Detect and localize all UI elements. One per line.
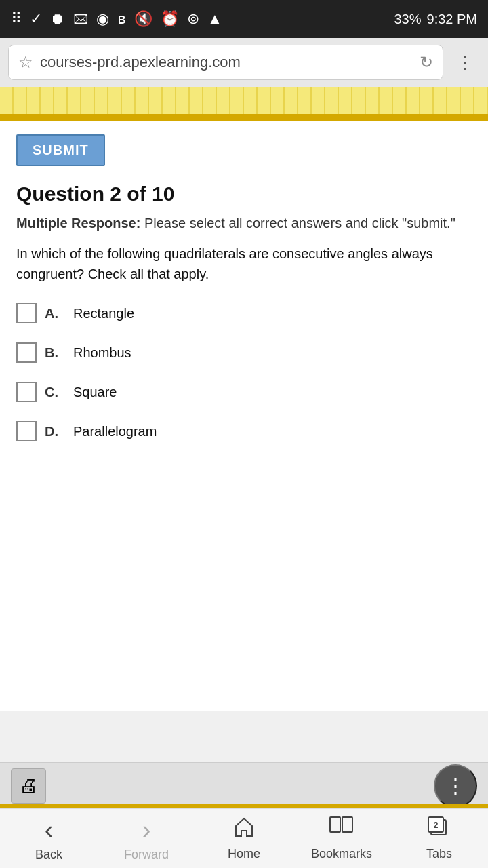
forward-icon: › [142, 816, 151, 845]
checkbox-d[interactable] [16, 421, 37, 441]
time-text: 9:32 PM [427, 12, 477, 27]
option-text-a: Rectangle [73, 306, 134, 321]
answer-option-d: D. Parallelogram [16, 421, 472, 441]
print-icon: 🖨 [19, 774, 38, 797]
location-icon: ◉ [96, 10, 109, 28]
alarm-icon: ⏰ [161, 10, 179, 28]
reload-icon[interactable]: ↻ [420, 53, 433, 72]
svg-rect-1 [342, 817, 352, 832]
signal-icon: ▲ [207, 10, 222, 28]
tabs-icon: 2 [427, 816, 451, 844]
wifi-icon: ⊚ [187, 10, 199, 28]
bluetooth-icon: ʙ [117, 10, 126, 28]
nav-forward[interactable]: › Forward [113, 816, 180, 862]
option-label-d: D. [45, 424, 65, 439]
question-text: In which of the following quadrilaterals… [16, 243, 472, 284]
option-label-a: A. [45, 306, 65, 321]
more-options-button[interactable]: ⋮ [434, 764, 477, 808]
browser-bar: ☆ courses-prd.apexlearning.com ↻ ⋮ [0, 38, 488, 87]
status-left: ⠿ ✓ ⏺ 🖂 ◉ ʙ 🔇 ⏰ ⊚ ▲ [11, 10, 222, 28]
print-button[interactable]: 🖨 [11, 768, 46, 804]
more-icon: ⋮ [445, 774, 466, 797]
option-label-b: B. [45, 345, 65, 361]
nav-tabs[interactable]: 2 Tabs [405, 816, 473, 861]
instruction-label: Multiple Response: [16, 216, 140, 231]
option-text-b: Rhombus [73, 345, 131, 361]
checkmark-icon: ✓ [30, 10, 42, 28]
tabs-label: Tabs [426, 847, 452, 861]
url-text: courses-prd.apexlearning.com [40, 54, 413, 71]
option-text-c: Square [73, 384, 117, 400]
instruction-text: Please select all correct answers and cl… [144, 216, 455, 231]
toolbar-right: ⋮ [434, 764, 477, 808]
nav-back[interactable]: ‹ Back [15, 816, 83, 862]
address-bar[interactable]: ☆ courses-prd.apexlearning.com ↻ [8, 45, 443, 80]
battery-text: 33% [394, 12, 421, 27]
svg-rect-0 [330, 817, 340, 832]
svg-text:2: 2 [434, 821, 439, 830]
checkbox-b[interactable] [16, 342, 37, 363]
home-icon [232, 816, 256, 844]
answer-option-c: C. Square [16, 382, 472, 402]
question-title: Question 2 of 10 [16, 182, 472, 205]
browser-menu-button[interactable]: ⋮ [450, 47, 480, 77]
toolbar-left: 🖨 [11, 768, 46, 804]
option-text-d: Parallelogram [73, 424, 157, 439]
back-icon: ‹ [45, 816, 54, 845]
answer-option-b: B. Rhombus [16, 342, 472, 363]
header-stripes [0, 87, 488, 114]
menu-dots-icon: ⠿ [11, 10, 22, 28]
answer-option-a: A. Rectangle [16, 303, 472, 323]
checkbox-c[interactable] [16, 382, 37, 402]
sound-icon: 🔇 [134, 10, 152, 28]
nav-bookmarks[interactable]: Bookmarks [308, 816, 375, 861]
forward-label: Forward [124, 848, 169, 862]
bookmarks-icon [329, 816, 354, 844]
record-icon: ⏺ [50, 10, 65, 28]
bottom-toolbar: 🖨 ⋮ [0, 762, 488, 808]
status-bar: ⠿ ✓ ⏺ 🖂 ◉ ʙ 🔇 ⏰ ⊚ ▲ 33% 9:32 PM [0, 0, 488, 38]
star-icon[interactable]: ☆ [18, 53, 33, 72]
gold-bar-top [0, 114, 488, 121]
back-label: Back [35, 848, 62, 862]
option-label-c: C. [45, 384, 65, 400]
checkbox-a[interactable] [16, 303, 37, 323]
bookmarks-label: Bookmarks [311, 847, 372, 861]
status-right: 33% 9:32 PM [394, 12, 477, 27]
inbox-icon: 🖂 [73, 10, 88, 28]
answer-options-container: A. Rectangle B. Rhombus C. Square D. Par… [16, 303, 472, 441]
nav-home[interactable]: Home [210, 816, 278, 861]
question-instruction: Multiple Response: Please select all cor… [16, 214, 472, 233]
home-label: Home [228, 847, 260, 861]
submit-button[interactable]: SUBMIT [16, 134, 105, 166]
main-content: SUBMIT Question 2 of 10 Multiple Respons… [0, 121, 488, 711]
bottom-nav: ‹ Back › Forward Home Bookmarks 2 [0, 808, 488, 868]
